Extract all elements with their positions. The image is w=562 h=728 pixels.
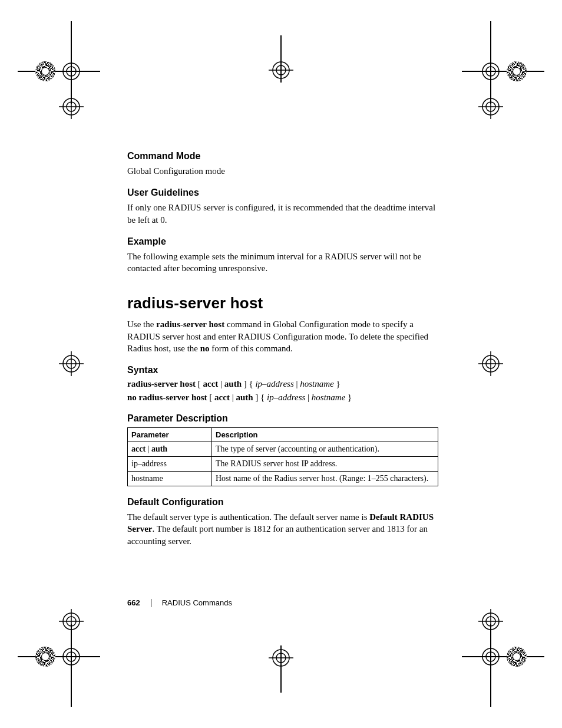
syntax2-cmd: no radius-server host (127, 393, 207, 402)
registration-shade-icon (35, 647, 55, 667)
th-parameter: Parameter (128, 428, 212, 442)
registration-mark-icon (450, 607, 527, 683)
syntax1-host: hostname (300, 379, 334, 388)
table-row: ip–address The RADIUS server host IP add… (128, 457, 438, 472)
syntax2-acct: acct (214, 393, 230, 402)
syntax1-ip: ip–address (255, 379, 293, 388)
body-example: The following example sets the minimum i… (127, 251, 438, 275)
registration-crosshair-icon (478, 609, 503, 634)
td-description: The RADIUS server host IP address. (212, 457, 438, 472)
registration-crosshair-icon (478, 644, 503, 669)
syntax2-t3: ] { (253, 393, 267, 402)
syntax2-host: hostname (312, 393, 346, 402)
syntax2-t2: | (230, 393, 236, 402)
heading-parameter-description: Parameter Description (127, 413, 438, 424)
row1-sep: | (146, 444, 151, 453)
registration-crosshair-icon (478, 351, 503, 376)
registration-mark-icon (450, 45, 527, 121)
td-description: The type of server (accounting or authen… (212, 442, 438, 457)
body-user-guidelines: If only one RADIUS server is configured,… (127, 202, 438, 226)
intro-pre: Use the (127, 319, 156, 329)
syntax-line-2: no radius-server host [ acct | auth ] { … (127, 393, 438, 403)
footer-section-title: RADIUS Commands (162, 598, 232, 607)
body-default-configuration: The default server type is authenticatio… (127, 511, 438, 547)
td-parameter: acct | auth (128, 442, 212, 457)
page-content: Command Mode Global Configuration mode U… (127, 151, 438, 558)
defcfg-post: . The default port number is 1812 for an… (127, 524, 428, 545)
syntax-line-1: radius-server host [ acct | auth ] { ip–… (127, 379, 438, 389)
intro-bold-1: radius-server host (156, 319, 224, 329)
registration-crosshair-icon (59, 59, 84, 84)
parameter-table: Parameter Description acct | auth The ty… (127, 427, 438, 486)
registration-crosshair-icon (59, 609, 84, 634)
syntax2-auth: auth (236, 393, 253, 402)
syntax1-t1: [ (196, 379, 203, 388)
syntax2-t4: | (305, 393, 312, 402)
syntax1-t3: ] { (242, 379, 255, 388)
registration-shade-icon (35, 61, 55, 81)
heading-command-mode: Command Mode (127, 151, 438, 162)
registration-shade-icon (507, 647, 527, 667)
heading-default-configuration: Default Configuration (127, 497, 438, 508)
registration-crosshair-icon (478, 59, 503, 84)
registration-line-icon (280, 35, 282, 83)
td-parameter: ip–address (128, 457, 212, 472)
syntax1-cmd: radius-server host (127, 379, 196, 388)
registration-mark-icon (35, 45, 112, 121)
syntax1-t2: | (218, 379, 224, 388)
intro-paragraph: Use the radius-server host command in Gl… (127, 318, 438, 354)
heading-user-guidelines: User Guidelines (127, 187, 438, 198)
registration-crosshair-icon (59, 644, 84, 669)
registration-shade-icon (507, 61, 527, 81)
syntax1-auth: auth (224, 379, 242, 388)
table-row: hostname Host name of the Radius server … (128, 472, 438, 486)
defcfg-pre: The default server type is authenticatio… (127, 512, 369, 522)
td-description: Host name of the Radius server host. (Ra… (212, 472, 438, 486)
th-description: Description (212, 428, 438, 442)
row1-auth: auth (151, 444, 167, 453)
syntax1-t4: | (294, 379, 300, 388)
heading-syntax: Syntax (127, 365, 438, 375)
footer-separator-icon (151, 599, 151, 607)
registration-line-icon (462, 656, 544, 657)
page-footer: 662 RADIUS Commands (127, 598, 438, 607)
intro-post: form of this command. (210, 344, 293, 353)
registration-crosshair-icon (478, 94, 503, 119)
syntax1-t5: } (334, 379, 340, 388)
row1-acct: acct (131, 444, 146, 453)
registration-line-icon (280, 645, 282, 693)
intro-bold-2: no (200, 344, 210, 353)
td-parameter: hostname (128, 472, 212, 486)
registration-crosshair-icon (59, 351, 84, 376)
table-header-row: Parameter Description (128, 428, 438, 442)
heading-example: Example (127, 236, 438, 247)
syntax2-t1: [ (207, 393, 215, 402)
registration-line-icon (462, 71, 544, 72)
table-row: acct | auth The type of server (accounti… (128, 442, 438, 457)
registration-mark-icon (35, 607, 112, 683)
registration-crosshair-icon (59, 94, 84, 119)
syntax2-t5: } (345, 393, 352, 402)
syntax1-acct: acct (203, 379, 218, 388)
body-command-mode: Global Configuration mode (127, 165, 438, 177)
heading-radius-server-host: radius-server host (127, 294, 438, 312)
page-number: 662 (127, 598, 140, 607)
syntax2-ip: ip–address (267, 393, 305, 402)
